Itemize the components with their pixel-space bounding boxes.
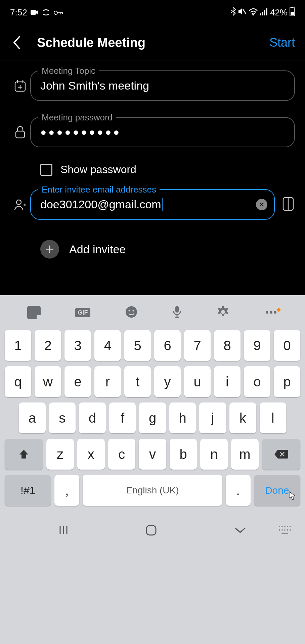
svg-rect-9 [264,10,265,15]
key-g[interactable]: g [139,402,166,433]
key-6[interactable]: 6 [154,330,181,361]
svg-point-28 [128,310,130,312]
svg-point-34 [266,311,268,314]
key-t[interactable]: t [124,366,151,397]
open-contacts-button[interactable] [281,196,295,213]
keyboard-switch-icon[interactable] [278,525,292,537]
period-key[interactable]: . [226,475,251,506]
key-z[interactable]: z [46,439,74,470]
calendar-add-icon [10,79,30,93]
key-7[interactable]: 7 [184,330,211,361]
svg-point-33 [221,310,225,314]
recents-nav[interactable] [58,525,69,537]
svg-point-35 [270,311,272,314]
svg-rect-53 [281,533,288,534]
key-f[interactable]: f [109,402,136,433]
key-q[interactable]: q [5,366,31,397]
show-password-row[interactable]: Show password [40,163,295,176]
cursor-arrow-icon [288,491,297,503]
gif-icon[interactable]: GIF [75,309,90,316]
show-password-checkbox[interactable] [40,164,52,176]
key-9[interactable]: 9 [244,330,270,361]
key-c[interactable]: c [108,439,136,470]
add-person-icon [10,198,30,211]
microphone-icon[interactable] [172,305,182,320]
done-label: Done [265,485,289,496]
backspace-key[interactable] [262,439,300,470]
home-nav[interactable] [145,524,157,538]
svg-rect-42 [146,526,156,535]
key-3[interactable]: 3 [64,330,91,361]
svg-rect-19 [16,131,25,138]
signal-icon [260,7,268,18]
key-p[interactable]: p [274,366,300,397]
start-button[interactable]: Start [269,36,295,50]
key-w[interactable]: w [35,366,61,397]
key-u[interactable]: u [184,366,211,397]
key-d[interactable]: d [79,402,106,433]
svg-rect-30 [175,306,179,313]
more-icon[interactable] [264,310,278,316]
key-x[interactable]: x [77,439,105,470]
key-s[interactable]: s [49,402,76,433]
key-h[interactable]: h [169,402,196,433]
key-1[interactable]: 1 [5,330,31,361]
svg-point-47 [290,526,291,527]
add-invitee-label: Add invitee [69,243,126,256]
key-l[interactable]: l [260,402,287,433]
key-2[interactable]: 2 [35,330,61,361]
key-k[interactable]: k [229,402,256,433]
plus-icon [40,240,59,259]
topic-label: Meeting Topic [38,66,99,76]
svg-point-51 [287,529,288,531]
battery-text: 42% [270,7,288,18]
add-invitee-button[interactable]: Add invitee [40,240,295,259]
symbol-key[interactable]: !#1 [5,475,51,506]
key-n[interactable]: n [200,439,228,470]
svg-point-49 [281,529,283,531]
sticker-icon[interactable] [27,306,41,319]
svg-rect-8 [262,12,263,15]
key-4[interactable]: 4 [94,330,121,361]
svg-point-46 [287,526,288,527]
svg-point-29 [132,310,134,312]
status-bar: 7:52 42% [0,0,305,25]
svg-line-5 [243,9,246,14]
emoji-icon[interactable] [125,306,138,320]
key-5[interactable]: 5 [124,330,151,361]
key-e[interactable]: e [64,366,91,397]
password-value: ●●●●●●●●●● [40,126,121,138]
vpn-key-icon [53,7,63,18]
space-key[interactable]: English (UK) [83,475,222,506]
svg-point-52 [290,529,291,531]
svg-point-36 [274,311,276,314]
back-button[interactable] [10,35,24,50]
key-o[interactable]: o [244,366,270,397]
clear-input-button[interactable]: ✕ [256,199,267,210]
svg-point-48 [279,529,280,531]
key-v[interactable]: v [139,439,166,470]
battery-icon [290,7,295,18]
hide-keyboard-nav[interactable] [233,526,247,536]
comma-key[interactable]: , [54,475,79,506]
key-0[interactable]: 0 [274,330,300,361]
key-b[interactable]: b [170,439,197,470]
status-time: 7:52 [10,7,27,18]
password-label: Meeting password [38,112,116,123]
invitee-label: Enter invitee email addresses [38,184,160,195]
key-i[interactable]: i [214,366,241,397]
shift-key[interactable] [5,439,43,470]
svg-rect-10 [266,8,267,15]
done-key[interactable]: Done [254,475,300,506]
gear-icon[interactable] [216,305,230,320]
key-r[interactable]: r [94,366,121,397]
svg-rect-0 [31,10,36,15]
key-m[interactable]: m [231,439,259,470]
topic-value: John Smith's meeting [40,79,149,92]
svg-point-20 [16,200,21,205]
key-a[interactable]: a [19,402,46,433]
key-y[interactable]: y [154,366,181,397]
mute-icon [238,7,247,18]
key-j[interactable]: j [199,402,226,433]
key-8[interactable]: 8 [214,330,241,361]
